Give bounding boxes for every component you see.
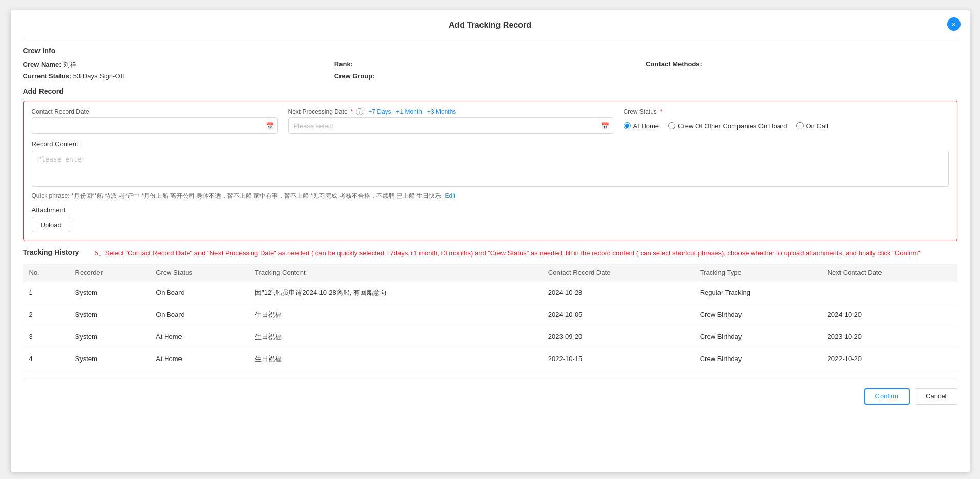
- table-row: 4SystemAt Home生日祝福2022-10-15Crew Birthda…: [23, 348, 957, 370]
- crew-info-section: Crew Info Crew Name: 刘祥 Rank: Contact Me…: [23, 47, 957, 80]
- tracking-table-head: No. Recorder Crew Status Tracking Conten…: [23, 264, 957, 282]
- contact-methods-label: Contact Methods:: [646, 60, 702, 68]
- crew-status-radio-group: At Home Crew Of Other Companies On Board…: [624, 117, 949, 134]
- contact-methods-item: Contact Methods:: [646, 60, 957, 69]
- col-contact-record-date: Contact Record Date: [542, 264, 694, 282]
- record-content-label: Record Content: [32, 140, 949, 148]
- next-processing-required: *: [351, 108, 353, 115]
- table-cell: On Board: [150, 282, 249, 304]
- table-cell: At Home: [150, 348, 249, 370]
- crew-status-label: Crew Status *: [624, 108, 949, 115]
- table-cell: 生日祝福: [249, 348, 542, 370]
- tracking-hint: 5、Select "Contact Record Date" and "Next…: [95, 248, 921, 258]
- tracking-history-title: Tracking History: [23, 248, 85, 256]
- table-row: 3SystemAt Home生日祝福2023-09-20Crew Birthda…: [23, 326, 957, 348]
- add-record-box: Contact Record Date 📅 Next Processing Da…: [23, 101, 957, 241]
- crew-name-value: 刘祥: [63, 61, 76, 68]
- table-cell: 2023-09-20: [542, 326, 694, 348]
- record-content-textarea[interactable]: [32, 151, 949, 187]
- modal-title: Add Tracking Record: [23, 21, 957, 38]
- confirm-button[interactable]: Confirm: [864, 388, 910, 405]
- contact-date-calendar-icon[interactable]: 📅: [266, 122, 274, 130]
- table-cell: 生日祝福: [249, 326, 542, 348]
- crew-group-spacer: [646, 72, 957, 80]
- table-cell: System: [69, 304, 150, 326]
- crew-info-title: Crew Info: [23, 47, 957, 55]
- contact-date-input-wrapper: 📅: [32, 117, 278, 134]
- rank-item: Rank:: [334, 60, 646, 69]
- col-tracking-content: Tracking Content: [249, 264, 542, 282]
- tracking-table-body: 1SystemOn Board因"12",船员申请2024-10-28离船, 有…: [23, 282, 957, 370]
- quick-phrase-label: Quick phrase:: [32, 192, 70, 199]
- table-cell: Crew Birthday: [694, 326, 822, 348]
- contact-date-group: Contact Record Date 📅: [32, 108, 278, 134]
- tracking-header: Tracking History 5、Select "Contact Recor…: [23, 248, 957, 258]
- radio-at-home[interactable]: At Home: [624, 122, 659, 130]
- crew-group-item: Crew Group:: [334, 72, 646, 80]
- rank-label: Rank:: [334, 60, 353, 68]
- radio-on-call-input[interactable]: [796, 122, 804, 129]
- crew-info-row-1: Crew Name: 刘祥 Rank: Contact Methods:: [23, 60, 957, 69]
- attachment-section: Attachment Upload: [32, 206, 949, 232]
- quick-phrase-edit-link[interactable]: Edit: [445, 192, 456, 199]
- table-cell: 2022-10-20: [822, 348, 957, 370]
- close-button[interactable]: ×: [947, 17, 961, 31]
- table-cell: [822, 282, 957, 304]
- table-cell: 2023-10-20: [822, 326, 957, 348]
- record-content-section: Record Content Quick phrase: *月份回**船 待派 …: [32, 140, 949, 201]
- radio-at-home-input[interactable]: [624, 122, 631, 129]
- next-processing-group: Next Processing Date * i +7 Days +1 Mont…: [288, 108, 613, 134]
- table-cell: Crew Birthday: [694, 348, 822, 370]
- radio-on-call[interactable]: On Call: [796, 122, 828, 130]
- form-row-dates: Contact Record Date 📅 Next Processing Da…: [32, 108, 949, 134]
- quick-phrase-row: Quick phrase: *月份回**船 待派 考*证中 *月份上船 离开公司…: [32, 191, 949, 201]
- quick-1month-link[interactable]: +1 Month: [396, 108, 422, 115]
- contact-date-label: Contact Record Date: [32, 108, 278, 115]
- table-cell: 1: [23, 282, 69, 304]
- quick-7days-link[interactable]: +7 Days: [368, 108, 391, 115]
- table-cell: At Home: [150, 326, 249, 348]
- crew-name-item: Crew Name: 刘祥: [23, 60, 334, 69]
- current-status-item: Current Status: 53 Days Sign-Off: [23, 72, 334, 80]
- attachment-label: Attachment: [32, 206, 949, 214]
- table-cell: On Board: [150, 304, 249, 326]
- quick-phrase-content[interactable]: *月份回**船 待派 考*证中 *月份上船 离开公司 身体不适，暂不上船 家中有…: [71, 192, 441, 199]
- table-cell: 3: [23, 326, 69, 348]
- table-cell: System: [69, 326, 150, 348]
- table-cell: 因"12",船员申请2024-10-28离船, 有回船意向: [249, 282, 542, 304]
- table-row: 1SystemOn Board因"12",船员申请2024-10-28离船, 有…: [23, 282, 957, 304]
- upload-button[interactable]: Upload: [32, 217, 70, 232]
- table-cell: 生日祝福: [249, 304, 542, 326]
- crew-status-group: Crew Status * At Home Crew Of Other Comp…: [624, 108, 949, 134]
- tracking-table-header-row: No. Recorder Crew Status Tracking Conten…: [23, 264, 957, 282]
- radio-on-call-label: On Call: [806, 122, 828, 130]
- col-crew-status: Crew Status: [150, 264, 249, 282]
- table-row: 2SystemOn Board生日祝福2024-10-05Crew Birthd…: [23, 304, 957, 326]
- tracking-history-section: Tracking History 5、Select "Contact Recor…: [23, 248, 957, 370]
- col-recorder: Recorder: [69, 264, 150, 282]
- tracking-table: No. Recorder Crew Status Tracking Conten…: [23, 264, 957, 370]
- table-cell: 2022-10-15: [542, 348, 694, 370]
- quick-3months-link[interactable]: +3 Months: [427, 108, 456, 115]
- table-cell: 4: [23, 348, 69, 370]
- radio-crew-other-input[interactable]: [668, 122, 675, 129]
- table-cell: 2024-10-05: [542, 304, 694, 326]
- modal-container: Add Tracking Record × Crew Info Crew Nam…: [11, 10, 970, 472]
- current-status-value: 53 Days Sign-Off: [73, 72, 124, 80]
- next-processing-input[interactable]: [288, 117, 613, 134]
- next-processing-input-wrapper: 📅: [288, 117, 613, 134]
- current-status-label: Current Status:: [23, 72, 72, 80]
- crew-group-label: Crew Group:: [334, 72, 375, 80]
- table-cell: 2024-10-20: [822, 304, 957, 326]
- table-cell: 2: [23, 304, 69, 326]
- table-cell: Crew Birthday: [694, 304, 822, 326]
- contact-date-input[interactable]: [32, 117, 278, 134]
- next-processing-info-icon[interactable]: i: [356, 108, 363, 115]
- radio-crew-other[interactable]: Crew Of Other Companies On Board: [668, 122, 787, 130]
- col-tracking-type: Tracking Type: [694, 264, 822, 282]
- crew-status-required: *: [660, 108, 663, 115]
- col-no: No.: [23, 264, 69, 282]
- cancel-button[interactable]: Cancel: [915, 388, 957, 405]
- radio-crew-other-label: Crew Of Other Companies On Board: [678, 122, 787, 130]
- next-processing-calendar-icon[interactable]: 📅: [601, 122, 609, 130]
